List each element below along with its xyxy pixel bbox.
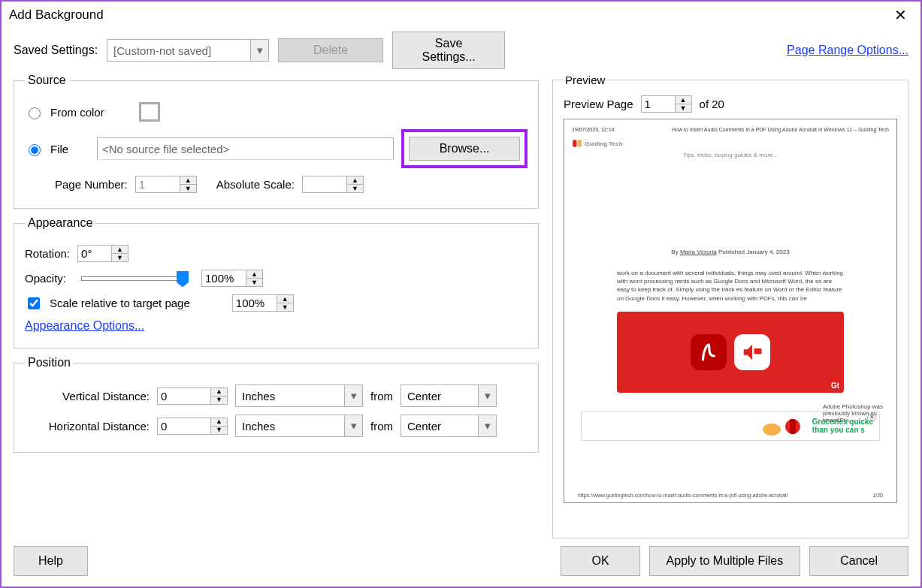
save-settings-button[interactable]: Save Settings... [392, 32, 505, 69]
saved-settings-value: [Custom-not saved] [107, 43, 250, 59]
from-color-radio[interactable] [29, 107, 41, 119]
doc-footer-page: 1/20 [872, 493, 883, 498]
page-number-spinner[interactable]: ▲▼ [135, 176, 197, 193]
spinner-up-icon[interactable]: ▲ [347, 176, 363, 184]
apply-multiple-button[interactable]: Apply to Multiple Files [649, 546, 801, 576]
absolute-scale-input[interactable] [303, 176, 346, 192]
preview-page-thumbnail: 19/07/2023, 12:14 How to Insert Audio Co… [564, 119, 897, 503]
absolute-scale-label: Absolute Scale: [216, 178, 295, 191]
close-icon[interactable]: ✕ [888, 6, 913, 24]
spinner-down-icon[interactable]: ▼ [180, 184, 196, 192]
preview-page-input[interactable] [642, 96, 675, 112]
vertical-distance-spinner[interactable]: ▲▼ [157, 387, 228, 405]
spinner-up-icon[interactable]: ▲ [112, 246, 128, 253]
spinner-up-icon[interactable]: ▲ [211, 388, 227, 396]
vertical-distance-input[interactable] [158, 388, 210, 404]
doc-footer-url: https://www.guidingtech.com/how-to-inser… [578, 493, 788, 498]
svg-rect-5 [790, 419, 796, 434]
page-number-label: Page Number: [55, 178, 128, 191]
horizontal-anchor-value: Center [401, 418, 478, 434]
file-path-display: <No source file selected> [97, 137, 394, 160]
chevron-down-icon: ▾ [250, 40, 268, 61]
chevron-down-icon: ▾ [478, 385, 496, 406]
source-group: Source From color File <No source file s… [14, 74, 539, 209]
ad-close-icon: ✕ [867, 413, 876, 422]
color-swatch[interactable] [139, 102, 160, 122]
svg-rect-1 [578, 140, 582, 146]
absolute-scale-spinner[interactable]: ▲▼ [302, 176, 364, 193]
doc-brand-logo: Guiding Tech [572, 138, 889, 149]
horizontal-unit-value: Inches [236, 418, 344, 434]
vertical-distance-label: Vertical Distance: [47, 390, 150, 403]
position-legend: Position [25, 356, 74, 369]
opacity-slider[interactable] [81, 276, 186, 281]
page-number-input[interactable] [136, 176, 180, 192]
vertical-unit-dropdown[interactable]: Inches ▾ [235, 384, 363, 407]
source-legend: Source [25, 74, 69, 87]
horizontal-unit-dropdown[interactable]: Inches ▾ [235, 415, 363, 437]
page-range-options-link[interactable]: Page Range Options... [787, 44, 908, 57]
spinner-up-icon[interactable]: ▲ [211, 418, 227, 426]
chevron-down-icon: ▾ [478, 415, 496, 436]
chevron-down-icon: ▾ [344, 385, 362, 406]
preview-page-spinner[interactable]: ▲▼ [641, 95, 692, 113]
opacity-input[interactable] [202, 270, 246, 286]
help-button[interactable]: Help [14, 546, 88, 576]
rotation-spinner[interactable]: ▲▼ [77, 245, 128, 262]
svg-point-3 [763, 424, 781, 436]
scale-relative-label: Scale relative to target page [50, 297, 190, 309]
rotation-input[interactable] [78, 246, 111, 261]
spinner-down-icon[interactable]: ▼ [211, 426, 227, 434]
from-label-1: from [370, 390, 393, 403]
scale-relative-input[interactable] [233, 295, 277, 311]
doc-date: 19/07/2023, 12:14 [572, 127, 614, 132]
opacity-spinner[interactable]: ▲▼ [201, 270, 263, 287]
svg-rect-2 [754, 348, 762, 354]
spinner-down-icon[interactable]: ▼ [112, 253, 128, 261]
file-radio[interactable] [29, 144, 41, 156]
chevron-down-icon: ▾ [344, 415, 362, 436]
doc-heading: How to Insert Audio Comments in a PDF Us… [672, 127, 889, 132]
scale-relative-spinner[interactable]: ▲▼ [232, 294, 294, 312]
spinner-down-icon[interactable]: ▼ [347, 184, 363, 192]
spinner-down-icon[interactable]: ▼ [246, 278, 262, 286]
spinner-up-icon[interactable]: ▲ [246, 270, 262, 278]
spinner-down-icon[interactable]: ▼ [277, 303, 293, 311]
appearance-legend: Appearance [25, 216, 95, 230]
rotation-label: Rotation: [25, 247, 70, 260]
vertical-anchor-value: Center [401, 388, 478, 404]
ad-graphic-icon [761, 415, 806, 437]
preview-group: Preview Preview Page ▲▼ of 20 19/07/2023… [552, 74, 908, 538]
slider-thumb-icon[interactable] [177, 271, 189, 288]
horizontal-distance-input[interactable] [158, 418, 210, 434]
horizontal-distance-spinner[interactable]: ▲▼ [157, 418, 228, 435]
from-color-label: From color [50, 106, 104, 119]
browse-highlight: Browse... [401, 129, 528, 168]
preview-legend: Preview [564, 74, 606, 86]
vertical-anchor-dropdown[interactable]: Center ▾ [401, 384, 497, 407]
scale-relative-checkbox[interactable] [28, 297, 40, 309]
file-label: File [50, 143, 89, 155]
preview-of-label: of 20 [700, 98, 724, 110]
gt-logo-icon [572, 138, 582, 149]
opacity-label: Opacity: [25, 272, 66, 285]
from-label-2: from [370, 420, 393, 433]
cancel-button[interactable]: Cancel [809, 546, 908, 576]
saved-settings-dropdown[interactable]: [Custom-not saved] ▾ [107, 39, 269, 62]
spinner-down-icon[interactable]: ▼ [211, 396, 227, 404]
ok-button[interactable]: OK [561, 546, 639, 576]
spinner-up-icon[interactable]: ▲ [180, 176, 196, 184]
audio-comment-icon [734, 334, 770, 370]
browse-button[interactable]: Browse... [409, 137, 520, 161]
position-group: Position Vertical Distance: ▲▼ Inches ▾ … [14, 356, 539, 453]
horizontal-anchor-dropdown[interactable]: Center ▾ [401, 415, 497, 437]
delete-button[interactable]: Delete [278, 38, 383, 62]
spinner-up-icon[interactable]: ▲ [277, 295, 293, 303]
appearance-options-link[interactable]: Appearance Options... [25, 319, 144, 333]
acrobat-icon [691, 334, 727, 370]
doc-ad-strip: Groceries quicke than you can s ✕ [581, 411, 880, 441]
spinner-down-icon[interactable]: ▼ [676, 104, 691, 112]
spinner-up-icon[interactable]: ▲ [676, 96, 691, 104]
preview-page-label: Preview Page [564, 98, 633, 110]
doc-byline: By Maria Victoria Published January 4, 2… [572, 249, 889, 255]
